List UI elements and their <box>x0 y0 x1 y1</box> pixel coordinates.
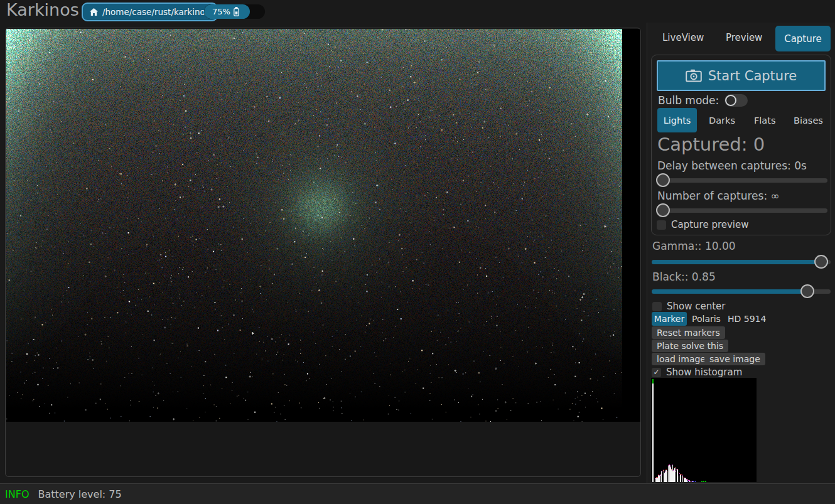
tab-capture[interactable]: Capture <box>775 26 831 51</box>
slider-track[interactable] <box>656 178 827 183</box>
show-center-label: Show center <box>667 301 726 312</box>
bulb-mode-toggle[interactable] <box>725 94 748 107</box>
slider-handle[interactable] <box>656 173 670 187</box>
delay-slider[interactable] <box>656 173 827 187</box>
slider-handle[interactable] <box>656 203 670 217</box>
save-image-button[interactable]: save image <box>704 353 765 365</box>
capture-preview-checkbox[interactable]: ✓ Capture preview <box>657 219 749 230</box>
battery-percent-label: 75% <box>212 7 230 16</box>
slider-handle[interactable] <box>814 255 828 269</box>
frame-tab-flats[interactable]: Flats <box>754 115 776 126</box>
show-center-checkbox[interactable]: ✓ Show center <box>652 301 726 312</box>
gamma-label: Gamma:: 10.00 <box>652 240 736 252</box>
capture-preview-label: Capture preview <box>671 219 749 230</box>
marker-tab-marker[interactable]: Marker <box>652 312 687 326</box>
reset-markers-button[interactable]: Reset markers <box>652 326 725 339</box>
tab-liveview[interactable]: LiveView <box>662 32 704 43</box>
top-bar: Karkinos /home/case/rust/karkinos 75% <box>0 0 835 24</box>
slider-handle[interactable] <box>800 284 814 298</box>
frame-tab-biases[interactable]: Biases <box>794 115 823 126</box>
image-viewport[interactable] <box>5 28 641 477</box>
working-directory-button[interactable]: /home/case/rust/karkinos <box>82 3 218 21</box>
check-icon: ✓ <box>653 368 659 376</box>
frame-tab-darks[interactable]: Darks <box>709 115 735 126</box>
marker-tab-polaris[interactable]: Polaris <box>692 314 721 324</box>
status-message: Battery level: 75 <box>38 488 121 500</box>
count-label: Number of captures: ∞ <box>657 190 780 202</box>
status-bar: INFO Battery level: 75 <box>0 483 835 504</box>
black-label: Black:: 0.85 <box>652 271 716 283</box>
app-title: Karkinos <box>6 0 79 19</box>
working-directory-path: /home/case/rust/karkinos <box>102 7 210 17</box>
checkbox-box[interactable]: ✓ <box>652 302 662 311</box>
starfield-image[interactable] <box>6 29 622 422</box>
show-histogram-label: Show histogram <box>666 367 742 378</box>
captured-count-label: Captured: 0 <box>657 134 765 155</box>
plate-solve-button[interactable]: Plate solve this <box>652 340 728 352</box>
battery-indicator: 75% <box>204 4 265 19</box>
black-slider[interactable] <box>652 284 831 298</box>
frame-tab-lights[interactable]: Lights <box>657 108 697 132</box>
capture-side-panel: LiveView Preview Capture Start Capture B… <box>647 23 835 483</box>
image-letterbox <box>6 29 641 422</box>
slider-track[interactable] <box>652 260 831 264</box>
tab-preview[interactable]: Preview <box>726 32 762 43</box>
capture-settings-group: Start Capture Bulb mode: Lights Darks Fl… <box>651 55 831 235</box>
camera-icon <box>686 69 702 82</box>
delay-label: Delay between captures: 0s <box>657 159 807 172</box>
load-image-button[interactable]: load image <box>652 353 711 365</box>
home-icon <box>90 8 98 16</box>
battery-icon <box>234 7 239 16</box>
checkbox-box[interactable]: ✓ <box>652 368 661 377</box>
gamma-slider[interactable] <box>652 255 831 269</box>
marker-tab-hd5914[interactable]: HD 5914 <box>728 314 766 324</box>
histogram-display <box>651 378 757 482</box>
bulb-mode-label: Bulb mode: <box>658 94 719 107</box>
count-slider[interactable] <box>656 203 827 217</box>
checkbox-box[interactable]: ✓ <box>657 220 666 230</box>
start-capture-button[interactable]: Start Capture <box>657 60 826 91</box>
slider-track[interactable] <box>656 208 827 213</box>
status-level-badge: INFO <box>5 488 29 500</box>
toggle-knob <box>725 95 736 106</box>
show-histogram-checkbox[interactable]: ✓ Show histogram <box>652 367 742 378</box>
start-capture-label: Start Capture <box>708 68 797 83</box>
